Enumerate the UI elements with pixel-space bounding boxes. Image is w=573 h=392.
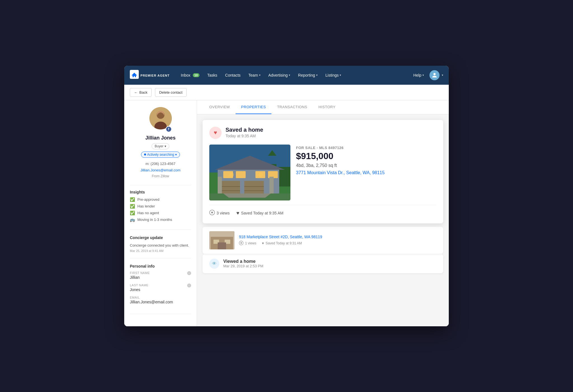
insight-moving: 🚌 Moving in 1-3 months [130,217,191,222]
nav-listings[interactable]: Listings ▾ [322,71,344,80]
svg-point-27 [229,173,234,177]
contact-email[interactable]: Jillian.Jones@email.com [130,167,191,173]
nav-advertising[interactable]: Advertising ▾ [265,71,293,80]
lender-icon: ✅ [130,204,135,209]
no-agent-icon: ✅ [130,211,135,216]
main-content: f Jillian Jones Buyer ▾ Actively searchi… [124,100,449,327]
svg-point-30 [211,212,213,213]
last-name-field: Last name i Jones [130,284,191,292]
viewed-info: Viewed a home Mar 29, 2019 at 2:53 PM [223,259,263,268]
nav-help[interactable]: Help ▾ [410,71,427,80]
property-price: $915,000 [296,151,436,161]
svg-point-1 [433,73,436,75]
zillow-logo-icon [130,70,139,81]
activity-title: Saved a home [226,127,263,133]
help-chevron-icon: ▾ [422,74,424,77]
second-property-image [209,231,234,249]
nav-team[interactable]: Team ▾ [245,71,264,80]
personal-info-title: Personal info [130,264,191,268]
eye-symbol: 👁 [212,261,217,266]
nav-tasks[interactable]: Tasks [204,71,221,80]
svg-rect-35 [218,242,226,249]
email-field: Email Jillian.Jones@email.com [130,296,191,304]
tab-transactions[interactable]: TRANSACTIONS [271,100,313,114]
status-chevron-icon: ▾ [175,153,177,157]
advertising-chevron-icon: ▾ [289,74,290,77]
insight-lender: ✅ Has lender [130,204,191,209]
insight-preapproved: ✅ Pre-approved [130,197,191,202]
heart-symbol: ♥ [214,129,217,136]
tab-overview[interactable]: OVERVIEW [204,100,236,114]
properties-content: ♥ Saved a home Today at 9:35 AM [197,114,449,279]
status-dot [144,154,146,155]
viewed-home-card: 👁 Viewed a home Mar 29, 2019 at 2:53 PM [203,254,443,273]
tabs-bar: OVERVIEW PROPERTIES TRANSACTIONS HISTORY [197,100,449,114]
personal-info-section: Personal info First name i Jillian Last … [130,264,191,314]
user-avatar[interactable] [429,70,440,80]
saved-text: Saved Today at 9:35 AM [241,211,283,215]
second-property-stats: 1 views ♥ Saved Today at 9:31 AM [239,241,436,246]
views-stat: 3 views [209,210,230,217]
saved-stat: ♥ Saved Today at 9:35 AM [236,210,283,216]
first-name-value: Jillian [130,275,191,280]
last-name-info-icon[interactable]: i [187,284,191,287]
nav-reporting[interactable]: Reporting ▾ [295,71,321,80]
saved-icon: ♥ [236,210,239,216]
contact-name: Jillian Jones [130,135,191,141]
property-address[interactable]: 3771 Mountain Vista Dr., Seattle, WA, 98… [296,170,436,175]
second-property-content: 918 Marketplace Street #2D, Seattle, WA … [209,231,436,249]
concierge-date: Mar 25, 2019 at 9:41 AM [130,249,191,252]
second-property-info: 918 Marketplace Street #2D, Seattle, WA … [239,235,436,246]
property-beds: 4bd, 3ba, 2,750 sq ft [296,163,436,168]
team-chevron-icon: ▾ [259,74,260,77]
viewed-home-header: 👁 Viewed a home Mar 29, 2019 at 2:53 PM [209,259,436,269]
first-name-info-icon[interactable]: i [187,271,191,275]
insight-no-agent: ✅ Has no agent [130,211,191,216]
contact-phone: m: (206) 123-4567 [130,160,191,167]
viewed-time: Mar 29, 2019 at 2:53 PM [223,264,263,268]
second-saved-icon: ♥ [262,241,264,245]
second-views-count: 1 views [245,241,256,245]
property-stats: 3 views ♥ Saved Today at 9:35 AM [209,205,436,217]
content-panel: OVERVIEW PROPERTIES TRANSACTIONS HISTORY… [197,100,449,327]
concierge-title: Concierge update [130,235,191,240]
sidebar: f Jillian Jones Buyer ▾ Actively searchi… [124,100,197,327]
viewed-home-icon: 👁 [209,259,219,269]
viewed-title: Viewed a home [223,259,263,264]
tab-properties[interactable]: PROPERTIES [236,100,272,114]
back-button[interactable]: ← Back [130,88,152,97]
delete-contact-button[interactable]: Delete contact [155,88,187,97]
nav-logo[interactable]: PREMIER AGENT [130,70,170,81]
activity-item-saved: ♥ Saved a home Today at 9:35 AM [209,127,436,139]
inbox-badge: 10 [193,73,199,77]
second-saved-stat: ♥ Saved Today at 9:31 AM [262,241,302,245]
second-property-address[interactable]: 918 Marketplace Street #2D, Seattle, WA … [239,235,436,239]
svg-point-37 [241,242,242,244]
avatar-container: f [149,107,172,132]
activity-info: Saved a home Today at 9:35 AM [226,127,263,138]
insights-section: Insights ✅ Pre-approved ✅ Has lender ✅ H… [130,190,191,230]
views-count: 3 views [217,211,230,215]
insights-title: Insights [130,190,191,194]
svg-point-28 [258,173,263,177]
navbar: PREMIER AGENT Inbox 10 Tasks Contacts Te… [124,66,449,85]
property-status: FOR SALE - MLS 8497126 [296,146,436,150]
property-card-main: ♥ Saved a home Today at 9:35 AM [203,120,443,223]
first-name-field: First name i Jillian [130,271,191,280]
avatar-chevron-icon: ▾ [442,74,443,77]
svg-marker-26 [223,193,271,198]
tab-history[interactable]: HISTORY [313,100,341,114]
property-info: FOR SALE - MLS 8497126 $915,000 4bd, 3ba… [296,145,436,200]
email-value: Jillian.Jones@email.com [130,300,191,304]
second-views-stat: 1 views [239,241,256,246]
nav-contacts[interactable]: Contacts [222,71,244,80]
views-icon [209,210,215,217]
contact-status-badge[interactable]: Actively searching ▾ [141,152,180,158]
contact-type-badge[interactable]: Buyer ▾ [152,143,169,149]
nav-inbox[interactable]: Inbox 10 [177,71,203,80]
activity-time: Today at 9:35 AM [226,134,263,138]
property-image [209,145,290,200]
email-label: Email [130,296,191,299]
second-views-icon [239,241,243,246]
reporting-chevron-icon: ▾ [316,74,318,77]
